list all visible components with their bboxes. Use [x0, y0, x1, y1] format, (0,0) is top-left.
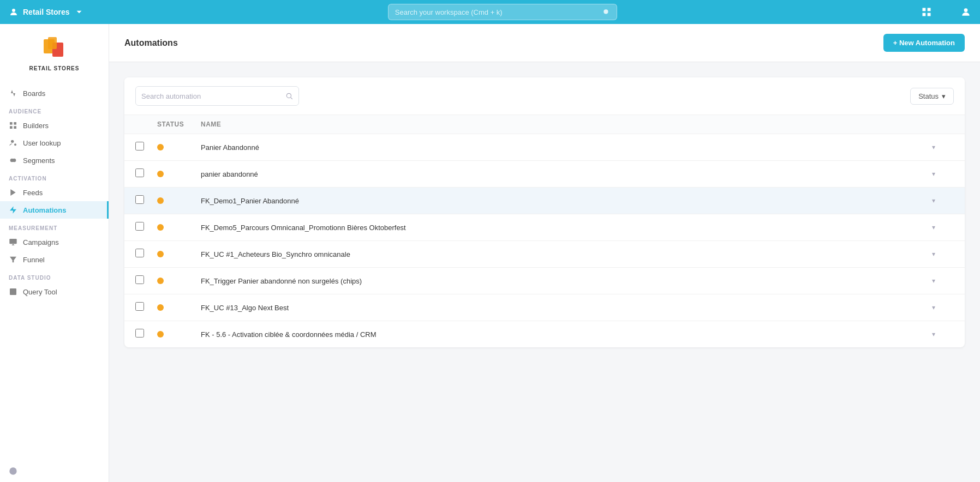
row-checkbox[interactable] — [135, 249, 144, 257]
row-chevron-button[interactable]: ▾ — [932, 197, 935, 204]
grid-view-icon[interactable] — [921, 7, 932, 17]
row-chevron-button[interactable]: ▾ — [932, 250, 935, 258]
row-checkbox[interactable] — [135, 275, 144, 284]
chevron-down-icon — [74, 7, 84, 17]
user-lookup-icon — [9, 138, 17, 147]
svg-rect-13 — [48, 37, 57, 49]
row-checkbox-wrap[interactable] — [135, 302, 157, 313]
search-icon — [602, 8, 610, 16]
row-chevron-button[interactable]: ▾ — [932, 277, 935, 285]
row-checkbox-wrap[interactable] — [135, 249, 157, 260]
sidebar-item-builders[interactable]: Builders — [0, 117, 109, 134]
row-expand[interactable]: ▾ — [932, 197, 954, 204]
row-checkbox-wrap[interactable] — [135, 168, 157, 179]
table-row[interactable]: FK_Trigger Panier abandonné non surgelés… — [124, 268, 965, 294]
automation-search-input[interactable] — [141, 92, 281, 100]
row-checkbox-wrap[interactable] — [135, 275, 157, 286]
row-expand[interactable]: ▾ — [932, 224, 954, 231]
global-search-bar[interactable] — [388, 4, 617, 20]
segments-icon — [9, 156, 17, 165]
svg-marker-25 — [10, 257, 16, 263]
sidebar-item-funnel[interactable]: Funnel — [0, 251, 109, 268]
svg-point-1 — [603, 9, 608, 14]
global-search-input[interactable] — [395, 8, 598, 16]
row-expand[interactable]: ▾ — [932, 170, 954, 178]
row-name: FK - 5.6 - Activation ciblée & coordonné… — [201, 330, 932, 339]
svg-rect-16 — [10, 126, 13, 129]
row-checkbox-wrap[interactable] — [135, 329, 157, 340]
workspace-switcher[interactable]: Retail Stores — [9, 7, 84, 17]
main-content: Automations + New Automation Status ▾ — [109, 24, 980, 482]
row-checkbox[interactable] — [135, 168, 144, 177]
sidebar-navigation: Boards AUDIENCE Builders User lookup Seg… — [0, 80, 109, 460]
builders-icon — [9, 121, 17, 130]
sidebar-item-automations[interactable]: Automations — [0, 201, 109, 219]
content-area: Status ▾ Status Name Panier Abandonné — [109, 62, 980, 482]
logo-text: RETAIL STORES — [29, 65, 80, 71]
table-row[interactable]: FK_Demo5_Parcours Omnicanal_Promotionn B… — [124, 214, 965, 241]
sidebar-item-query-tool[interactable]: Query Tool — [0, 283, 109, 300]
new-automation-button[interactable]: + New Automation — [883, 34, 965, 52]
profile-icon[interactable] — [960, 7, 971, 17]
sidebar-item-user-lookup[interactable]: User lookup — [0, 134, 109, 152]
page-header: Automations + New Automation — [109, 24, 980, 62]
row-expand[interactable]: ▾ — [932, 330, 954, 338]
row-expand[interactable]: ▾ — [932, 277, 954, 285]
page-title: Automations — [124, 38, 178, 48]
svg-point-0 — [12, 9, 15, 12]
row-chevron-button[interactable]: ▾ — [932, 304, 935, 311]
row-expand[interactable]: ▾ — [932, 250, 954, 258]
status-dot — [157, 304, 164, 311]
status-dot — [157, 224, 164, 231]
status-dot — [157, 278, 164, 284]
sidebar-item-campaigns[interactable]: Campaigns — [0, 233, 109, 251]
row-checkbox-wrap[interactable] — [135, 222, 157, 233]
row-checkbox[interactable] — [135, 195, 144, 204]
row-chevron-button[interactable]: ▾ — [932, 170, 935, 178]
row-checkbox-wrap[interactable] — [135, 195, 157, 206]
section-label-activation: ACTIVATION — [0, 169, 109, 184]
status-filter-button[interactable]: Status ▾ — [910, 88, 954, 105]
sidebar-item-segments[interactable]: Segments — [0, 152, 109, 169]
table-row[interactable]: FK_UC #1_Acheteurs Bio_Synchro omnicanal… — [124, 241, 965, 268]
row-chevron-button[interactable]: ▾ — [932, 143, 935, 151]
row-chevron-button[interactable]: ▾ — [932, 224, 935, 231]
section-label-measurement: MEASUREMENT — [0, 219, 109, 233]
header-status: Status — [157, 120, 201, 128]
settings-icon[interactable] — [941, 7, 952, 17]
svg-line-32 — [291, 98, 292, 99]
boards-icon — [9, 89, 17, 98]
status-dot — [157, 331, 164, 338]
table-row[interactable]: panier abandonné ▾ — [124, 161, 965, 188]
svg-line-20 — [16, 146, 17, 147]
status-dot — [157, 144, 164, 150]
workspace-name: Retail Stores — [23, 8, 70, 16]
row-expand[interactable]: ▾ — [932, 143, 954, 151]
sidebar-item-boards[interactable]: Boards — [0, 85, 109, 102]
row-name: FK_Demo1_Panier Abandonné — [201, 197, 932, 205]
row-checkbox[interactable] — [135, 222, 144, 231]
row-checkbox[interactable] — [135, 302, 144, 311]
sidebar-item-feeds[interactable]: Feeds — [0, 184, 109, 201]
brand-logo — [40, 35, 69, 63]
row-name: FK_Demo5_Parcours Omnicanal_Promotionn B… — [201, 224, 932, 232]
svg-point-18 — [11, 140, 14, 143]
row-status — [157, 144, 201, 150]
row-status — [157, 197, 201, 204]
section-label-data-studio: DATA STUDIO — [0, 268, 109, 283]
table-body: Panier Abandonné ▾ panier abandonné ▾ FK… — [124, 134, 965, 347]
status-filter-label: Status — [918, 92, 939, 100]
row-checkbox[interactable] — [135, 329, 144, 338]
row-checkbox-wrap[interactable] — [135, 142, 157, 153]
table-row[interactable]: FK_UC #13_Algo Next Best ▾ — [124, 294, 965, 321]
row-chevron-button[interactable]: ▾ — [932, 330, 935, 338]
table-row[interactable]: FK_Demo1_Panier Abandonné ▾ — [124, 188, 965, 214]
row-expand[interactable]: ▾ — [932, 304, 954, 311]
search-icon — [285, 92, 293, 100]
table-row[interactable]: Panier Abandonné ▾ — [124, 134, 965, 161]
table-row[interactable]: FK - 5.6 - Activation ciblée & coordonné… — [124, 321, 965, 347]
automation-search-wrap[interactable] — [135, 86, 299, 106]
svg-rect-15 — [14, 122, 16, 125]
row-checkbox[interactable] — [135, 142, 144, 150]
sidebar-collapse[interactable] — [0, 460, 109, 482]
